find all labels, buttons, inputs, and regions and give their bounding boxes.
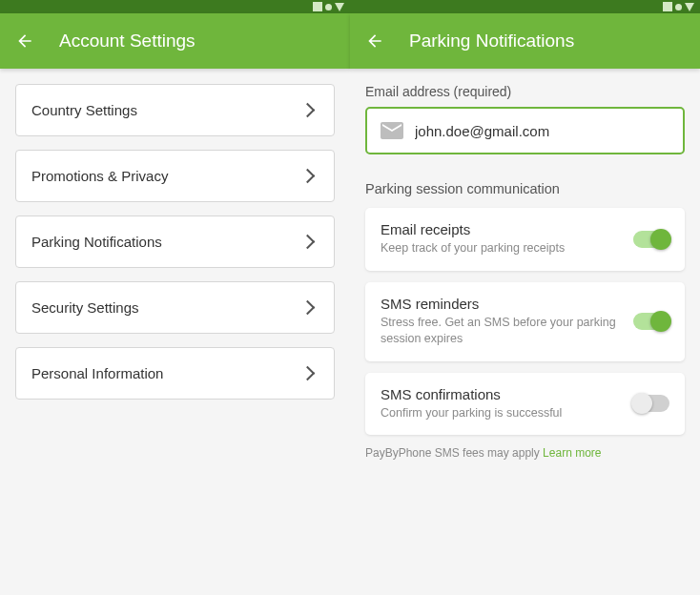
list-item-label: Promotions & Privacy: [31, 168, 168, 184]
back-button[interactable]: [365, 31, 384, 51]
list-item-label: Security Settings: [31, 299, 139, 316]
screen-account-settings: Account Settings Country Settings Promot…: [0, 0, 350, 595]
chevron-right-icon: [300, 366, 316, 381]
content: Email address (required) Parking session…: [350, 69, 700, 595]
toggle-email-receipts[interactable]: [633, 231, 669, 248]
toggle-subtitle: Stress free. Get an SMS before your park…: [381, 315, 622, 348]
email-field-label: Email address (required): [365, 84, 685, 99]
screen-parking-notifications: Parking Notifications Email address (req…: [350, 0, 700, 595]
page-title: Parking Notifications: [409, 31, 574, 51]
toggle-knob: [631, 393, 652, 414]
back-button[interactable]: [15, 31, 34, 51]
toggle-card-sms-confirmations: SMS confirmations Confirm your parking i…: [365, 373, 685, 436]
toggle-sms-confirmations[interactable]: [633, 395, 669, 412]
header: Account Settings: [0, 13, 350, 69]
list-item-promotions-privacy[interactable]: Promotions & Privacy: [15, 150, 335, 202]
status-bar: [0, 0, 350, 13]
status-icon: [325, 4, 332, 10]
list-item-parking-notifications[interactable]: Parking Notifications: [15, 215, 335, 268]
list-item-label: Parking Notifications: [31, 234, 162, 250]
chevron-right-icon: [300, 235, 316, 250]
section-label: Parking session communication: [365, 181, 685, 196]
arrow-left-icon: [365, 31, 384, 51]
toggle-card-sms-reminders: SMS reminders Stress free. Get an SMS be…: [365, 282, 685, 361]
chevron-right-icon: [300, 103, 316, 118]
email-input-wrap[interactable]: [365, 107, 685, 154]
list-item-label: Personal Information: [31, 365, 163, 381]
list-item-security-settings[interactable]: Security Settings: [15, 281, 335, 334]
mail-icon: [381, 122, 403, 139]
toggle-title: Email receipts: [381, 221, 622, 237]
status-icon: [313, 2, 322, 11]
list-item-personal-information[interactable]: Personal Information: [15, 347, 335, 400]
toggle-text: SMS confirmations Confirm your parking i…: [381, 386, 622, 422]
status-bar: [350, 0, 700, 13]
content: Country Settings Promotions & Privacy Pa…: [0, 69, 350, 595]
toggle-text: SMS reminders Stress free. Get an SMS be…: [381, 296, 622, 348]
email-input[interactable]: [415, 123, 669, 139]
list-item-country-settings[interactable]: Country Settings: [15, 84, 335, 136]
toggle-title: SMS reminders: [381, 296, 622, 312]
toggle-subtitle: Keep track of your parking receipts: [381, 240, 622, 257]
page-title: Account Settings: [59, 31, 196, 51]
chevron-right-icon: [300, 169, 316, 184]
status-icon: [675, 4, 682, 10]
chevron-right-icon: [300, 300, 316, 316]
arrow-left-icon: [15, 31, 34, 51]
toggle-knob: [650, 229, 671, 250]
toggle-title: SMS confirmations: [381, 386, 622, 402]
settings-list: Country Settings Promotions & Privacy Pa…: [15, 84, 335, 400]
toggle-sms-reminders[interactable]: [633, 313, 669, 330]
toggle-text: Email receipts Keep track of your parkin…: [381, 221, 622, 257]
footer-note: PayByPhone SMS fees may apply Learn more: [365, 446, 685, 460]
status-icon: [335, 3, 344, 11]
header: Parking Notifications: [350, 13, 700, 69]
list-item-label: Country Settings: [31, 102, 137, 118]
status-icon: [685, 3, 694, 11]
learn-more-link[interactable]: Learn more: [543, 446, 601, 460]
toggle-subtitle: Confirm your parking is successful: [381, 405, 622, 422]
status-icon: [663, 2, 672, 11]
footer-note-text: PayByPhone SMS fees may apply: [365, 446, 540, 460]
toggle-knob: [650, 311, 671, 332]
toggle-card-email-receipts: Email receipts Keep track of your parkin…: [365, 208, 685, 271]
